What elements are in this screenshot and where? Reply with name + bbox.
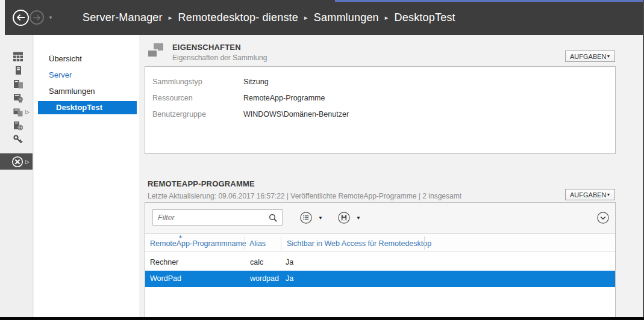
property-label: Benutzergruppe	[145, 110, 243, 118]
breadcrumb-sammlungen[interactable]: Sammlungen	[314, 11, 379, 24]
sidebar-item-server[interactable]: Server	[34, 67, 139, 83]
collapse-panel-button[interactable]	[596, 211, 610, 224]
programs-tasks-button[interactable]: AUFGABEN ▼	[565, 189, 615, 200]
chevron-down-icon: ▼	[607, 192, 611, 197]
window-bottom-border	[0, 317, 644, 320]
web-server-icon	[13, 120, 23, 131]
list-icon	[299, 211, 313, 224]
properties-header: EIGENSCHAFTEN Eigenschaften der Sammlung	[147, 43, 267, 62]
local-server-icon	[13, 65, 23, 76]
back-button[interactable]	[13, 10, 29, 26]
properties-title: EIGENSCHAFTEN	[172, 43, 267, 52]
sidebar-nav: Übersicht Server Sammlungen DesktopTest	[34, 35, 139, 317]
properties-windows-icon	[147, 43, 165, 59]
property-row: Sammlungstyp Sitzung	[145, 73, 615, 90]
table-header-row: ▲ RemoteApp-Programmname Alias Sichtbar …	[145, 234, 615, 252]
sidebar-item-sammlungen[interactable]: Sammlungen	[34, 83, 139, 99]
rail-item-all-servers[interactable]	[0, 77, 33, 91]
chevron-down-icon[interactable]: ▼	[318, 215, 323, 221]
back-arrow-icon	[16, 14, 25, 21]
breadcrumb-server-manager[interactable]: Server-Manager	[83, 11, 163, 24]
all-servers-icon	[13, 79, 23, 90]
column-header-web-access[interactable]: Sichtbar in Web Access für Remotedesktop	[287, 239, 431, 248]
chevron-down-icon: ▼	[607, 54, 611, 58]
column-divider	[281, 236, 281, 250]
forward-button[interactable]	[30, 10, 44, 25]
remote-desktop-services-icon	[11, 156, 23, 168]
table-row-rechner[interactable]: Rechner calc Ja	[145, 254, 615, 271]
property-label: Sammlungstyp	[145, 78, 243, 86]
programs-title: REMOTEAPP-PROGRAMME	[148, 179, 255, 188]
property-value: RemoteApp-Programme	[243, 94, 325, 102]
certificate-server-icon	[13, 93, 23, 103]
filter-toolbar: ▼ ▼	[145, 203, 615, 234]
programs-panel: ▼ ▼ ▲ RemoteApp-Programmname Alias Sicht…	[145, 202, 616, 317]
sidebar-item-uebersicht[interactable]: Übersicht	[34, 51, 139, 67]
forward-arrow-icon	[33, 14, 41, 21]
column-divider	[245, 236, 245, 250]
history-dropdown-caret-icon[interactable]: ▼	[48, 15, 53, 20]
save-query-button[interactable]	[337, 211, 351, 224]
table-row-wordpad[interactable]: WordPad wordpad Ja	[145, 271, 615, 287]
flyout-arrow-icon[interactable]: ▷	[25, 109, 30, 115]
window-title-strip	[335, 0, 644, 2]
breadcrumb-separator-icon: ▸	[304, 14, 308, 22]
breadcrumb-separator-icon: ▸	[385, 14, 389, 22]
property-label: Ressourcen	[145, 94, 243, 102]
properties-panel: Sammlungstyp Sitzung Ressourcen RemoteAp…	[145, 66, 616, 154]
table-body: Rechner calc Ja WordPad wordpad Ja	[145, 252, 615, 287]
column-header-alias[interactable]: Alias	[249, 239, 266, 248]
property-value: Sitzung	[243, 78, 269, 86]
dashboard-icon	[13, 51, 23, 62]
filter-input[interactable]	[152, 209, 283, 226]
properties-subtitle: Eigenschaften der Sammlung	[172, 54, 267, 62]
rail-item-local-server[interactable]	[0, 63, 33, 77]
property-value: WINDOWS\Domänen-Benutzer	[243, 110, 349, 118]
column-header-programmname[interactable]: RemoteApp-Programmname	[150, 239, 246, 248]
property-row: Ressourcen RemoteApp-Programme	[145, 90, 615, 106]
rail-item-web-server[interactable]	[0, 118, 33, 132]
sidebar-item-desktoptest[interactable]: DesktopTest	[38, 101, 137, 114]
file-services-icon	[13, 106, 23, 117]
main-content: EIGENSCHAFTEN Eigenschaften der Sammlung…	[139, 35, 643, 317]
breadcrumb-separator-icon: ▸	[169, 14, 172, 22]
rail-item-file-services[interactable]: ▷	[0, 105, 33, 118]
rail-item-certificate-server[interactable]	[0, 91, 33, 105]
flyout-arrow-icon[interactable]: ▷	[25, 159, 30, 165]
properties-tasks-button[interactable]: AUFGABEN ▼	[565, 51, 615, 62]
chevron-down-icon[interactable]: ▼	[356, 215, 361, 221]
column-divider	[424, 236, 425, 250]
list-options-button[interactable]	[299, 211, 313, 224]
sort-ascending-icon: ▲	[178, 234, 183, 238]
keys-icon	[13, 134, 23, 145]
chevron-down-circle-icon	[596, 211, 610, 224]
icon-rail: ▷ ▷	[0, 35, 33, 317]
property-row: Benutzergruppe WINDOWS\Domänen-Benutzer	[145, 106, 615, 122]
breadcrumb: Server-Manager ▸ Remotedesktop- dienste …	[83, 11, 455, 24]
floppy-disk-icon	[337, 211, 351, 224]
topbar: ▼ Server-Manager ▸ Remotedesktop- dienst…	[5, 0, 644, 35]
rail-item-remote-access[interactable]	[0, 132, 33, 146]
breadcrumb-desktoptest[interactable]: DesktopTest	[395, 11, 455, 24]
search-icon	[269, 214, 278, 225]
programs-subtitle: Letzte Aktualisierung: 09.06.2017 16:57:…	[148, 192, 461, 200]
history-navigation: ▼	[13, 10, 53, 26]
breadcrumb-remotedesktop-dienste[interactable]: Remotedesktop- dienste	[178, 11, 299, 24]
rail-item-remote-desktop-services[interactable]: ▷	[0, 153, 33, 170]
rail-item-dashboard[interactable]	[0, 49, 33, 63]
